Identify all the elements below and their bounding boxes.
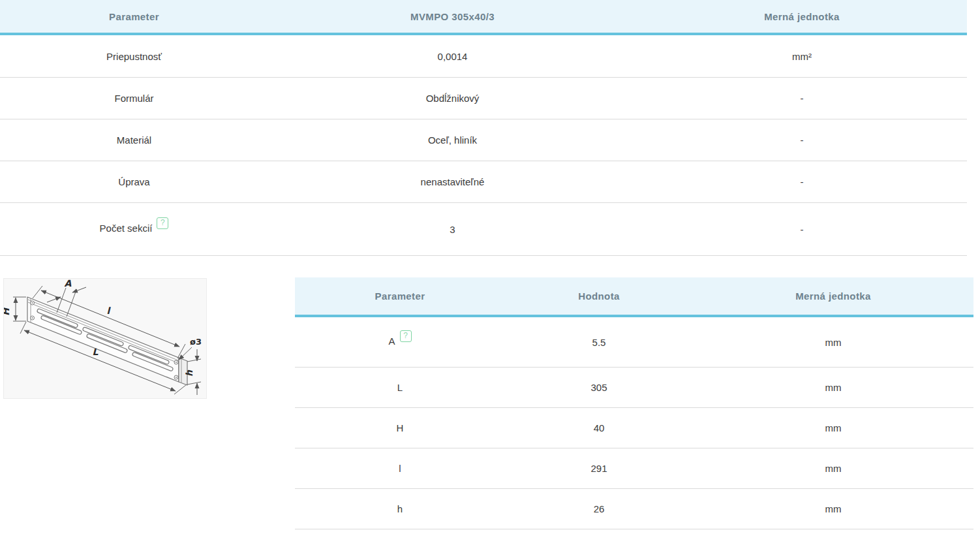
dimension-label-L: L bbox=[93, 347, 99, 357]
parameter-cell: Materiál bbox=[0, 119, 268, 161]
parameter-cell: h bbox=[295, 489, 505, 529]
unit-cell: mm bbox=[693, 316, 973, 368]
dim-column-header-value: Hodnota bbox=[505, 277, 693, 316]
spec-column-header-parameter: Parameter bbox=[0, 0, 268, 34]
parameter-label: Počet sekcií bbox=[100, 223, 153, 234]
parameter-cell: l bbox=[295, 448, 505, 489]
help-icon[interactable]: ? bbox=[400, 330, 412, 342]
dimension-label-A: A bbox=[65, 279, 72, 289]
dimension-label-h: h bbox=[184, 369, 194, 377]
value-cell: Obdĺžnikový bbox=[268, 78, 637, 119]
parameter-cell: Úprava bbox=[0, 161, 268, 203]
parameter-cell: H bbox=[295, 408, 505, 448]
dimensions-header-row: Parameter Hodnota Merná jednotka bbox=[295, 277, 973, 316]
dimension-label-hole-diameter: ø3 bbox=[190, 337, 202, 347]
table-row: l 291 mm bbox=[295, 448, 973, 489]
value-cell: Oceľ, hliník bbox=[268, 119, 637, 161]
value-cell: 291 bbox=[505, 448, 693, 489]
table-row: Formulár Obdĺžnikový - bbox=[0, 78, 967, 119]
parameter-cell: A? bbox=[295, 316, 505, 368]
table-row: H 40 mm bbox=[295, 408, 973, 448]
parameter-cell: Formulár bbox=[0, 78, 268, 119]
unit-cell: mm bbox=[693, 448, 973, 489]
value-cell: 40 bbox=[505, 408, 693, 448]
technical-drawing: H A l L ø3 h bbox=[3, 278, 207, 399]
unit-cell: mm bbox=[693, 489, 973, 529]
unit-cell: - bbox=[637, 119, 967, 161]
value-cell: 3 bbox=[268, 203, 637, 256]
table-row: Úprava nenastaviteľné - bbox=[0, 161, 967, 203]
table-row: Počet sekcií? 3 - bbox=[0, 203, 967, 256]
value-cell: 0,0014 bbox=[268, 34, 637, 78]
table-row: L 305 mm bbox=[295, 368, 973, 408]
grille-isometric-drawing: H A l L ø3 h bbox=[4, 279, 206, 398]
parameter-label: A bbox=[388, 336, 395, 347]
table-row: Priepustnosť 0,0014 mm² bbox=[0, 34, 967, 78]
parameter-cell: Počet sekcií? bbox=[0, 203, 268, 256]
value-cell: 5.5 bbox=[505, 316, 693, 368]
value-cell: 305 bbox=[505, 368, 693, 408]
help-icon[interactable]: ? bbox=[157, 217, 168, 229]
unit-cell: mm² bbox=[637, 34, 967, 78]
parameter-cell: L bbox=[295, 368, 505, 408]
spec-header-row: Parameter MVMPO 305x40/3 Merná jednotka bbox=[0, 0, 967, 34]
dimensions-table-wrapper: Parameter Hodnota Merná jednotka A? 5.5 … bbox=[295, 277, 973, 529]
product-spec-table: Parameter MVMPO 305x40/3 Merná jednotka … bbox=[0, 0, 967, 256]
dimensions-table: Parameter Hodnota Merná jednotka A? 5.5 … bbox=[295, 277, 973, 529]
table-row: h 26 mm bbox=[295, 489, 973, 529]
dimension-label-H: H bbox=[4, 307, 11, 316]
unit-cell: - bbox=[637, 78, 967, 119]
dimension-label-l: l bbox=[107, 306, 112, 316]
dim-column-header-parameter: Parameter bbox=[295, 277, 505, 316]
table-row: Materiál Oceľ, hliník - bbox=[0, 119, 967, 161]
value-cell: nenastaviteľné bbox=[268, 161, 637, 203]
unit-cell: - bbox=[637, 203, 967, 256]
value-cell: 26 bbox=[505, 489, 693, 529]
unit-cell: - bbox=[637, 161, 967, 203]
spec-column-header-model: MVMPO 305x40/3 bbox=[268, 0, 637, 34]
dimensions-section: H A l L ø3 h bbox=[0, 277, 980, 549]
unit-cell: mm bbox=[693, 368, 973, 408]
spec-column-header-unit: Merná jednotka bbox=[637, 0, 967, 34]
dim-column-header-unit: Merná jednotka bbox=[693, 277, 973, 316]
parameter-cell: Priepustnosť bbox=[0, 34, 268, 78]
unit-cell: mm bbox=[693, 408, 973, 448]
table-row: A? 5.5 mm bbox=[295, 316, 973, 368]
